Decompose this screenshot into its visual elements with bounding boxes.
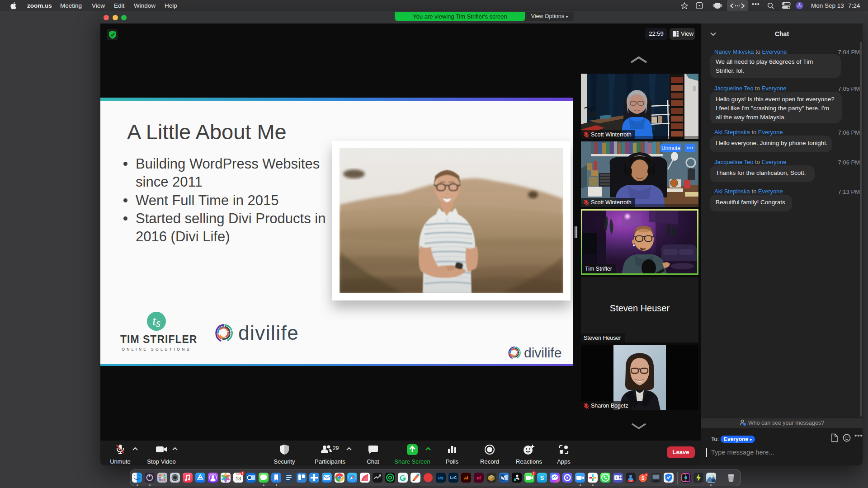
svg-text:LIVE: LIVE	[629, 480, 633, 482]
svg-text:S: S	[540, 474, 544, 481]
svg-text:divilife: divilife	[238, 324, 299, 343]
svg-text:Unmute: Unmute	[661, 145, 680, 151]
svg-text:s: s	[156, 316, 160, 329]
svg-text:S: S	[642, 476, 645, 481]
svg-text:divilife: divilife	[524, 346, 561, 360]
svg-text:13: 13	[236, 476, 241, 481]
svg-text:29: 29	[333, 445, 339, 451]
svg-text:SEP: SEP	[236, 473, 240, 475]
svg-text:T: T	[616, 476, 618, 480]
